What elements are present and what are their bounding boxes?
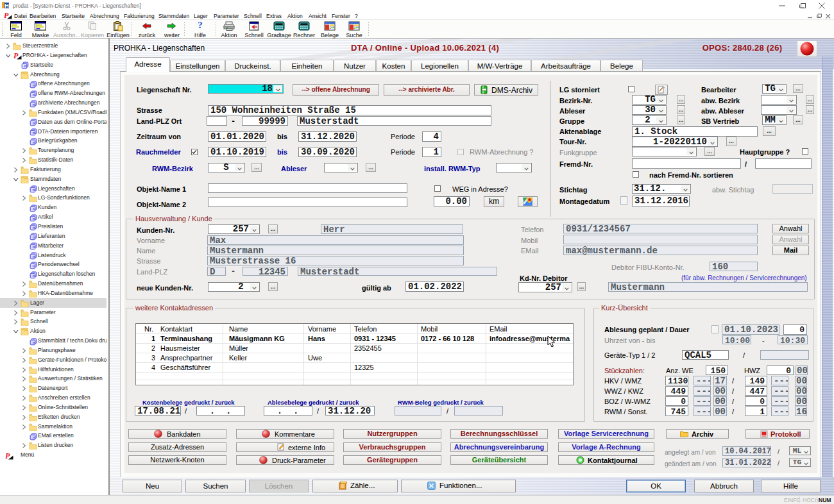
svg-text:n: n	[33, 236, 35, 240]
svg-text:n: n	[33, 103, 35, 106]
svg-text:n: n	[24, 65, 26, 69]
svg-text:P: P	[13, 51, 19, 60]
svg-text:n: n	[33, 83, 35, 87]
svg-text:P: P	[5, 451, 10, 460]
svg-text:n: n	[33, 207, 35, 211]
svg-text:n: n	[33, 340, 35, 344]
svg-text:n: n	[33, 217, 35, 221]
svg-text:n: n	[33, 264, 35, 268]
svg-text:n: n	[33, 226, 35, 230]
svg-text:H: H	[4, 3, 9, 9]
svg-text:P: P	[4, 11, 9, 19]
svg-text:n: n	[33, 255, 35, 258]
svg-text:n: n	[33, 131, 35, 135]
svg-text:n: n	[33, 274, 35, 278]
svg-text:n: n	[33, 435, 35, 439]
svg-text:n: n	[33, 140, 35, 144]
svg-text:n: n	[33, 188, 35, 192]
svg-text:n: n	[33, 246, 35, 249]
svg-text:n: n	[33, 93, 35, 97]
svg-text:n: n	[33, 122, 35, 126]
